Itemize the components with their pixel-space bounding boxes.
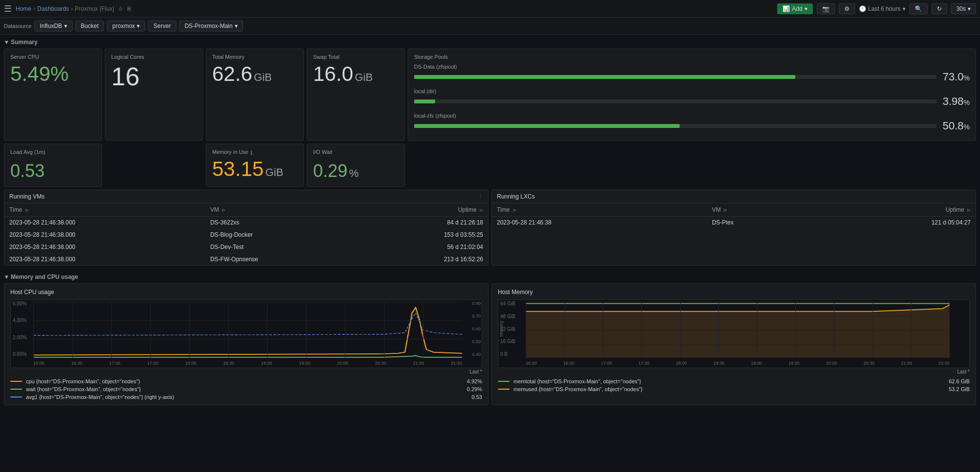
- swap-total-unit: GiB: [355, 71, 373, 83]
- cpu-legend-item-2: wait {host="DS-Proxmox-Main", object="no…: [10, 386, 482, 392]
- cpu-legend-value-2: 0.29%: [467, 386, 482, 392]
- mem-legend-value-1: 62.6 GiB: [949, 378, 970, 384]
- table-row: 2023-05-28 21:46:38.000 DS-FW-Opnsense 2…: [4, 253, 488, 266]
- memory-in-use-label: Memory in Use: [212, 149, 248, 155]
- mem-legend: memtotal {host="DS-Proxmox-Main", object…: [498, 378, 970, 392]
- lxc-row1-name: DS-Plex: [707, 217, 812, 229]
- screenshot-button[interactable]: 📷: [817, 3, 835, 14]
- mem-legend-item-1: memtotal {host="DS-Proxmox-Main", object…: [498, 378, 970, 384]
- settings-button[interactable]: ⚙: [839, 3, 855, 14]
- logical-cores-value: 16: [111, 62, 140, 91]
- top-nav: ☰ Home › Dashboards › Proxmox [Flux] ☆ ⎘…: [0, 0, 980, 18]
- table-row: 2023-05-28 21:46:38.000 DS-3622xs 84 d 2…: [4, 217, 488, 229]
- cpu-grid-v9: [345, 302, 345, 358]
- cpu-x-7: 19:00: [261, 361, 272, 366]
- cpu-legend-item-1: cpu {host="DS-Proxmox-Main", object="nod…: [10, 378, 482, 384]
- io-wait-label: I/O Wait: [313, 149, 398, 155]
- zoom-out-button[interactable]: 🔍: [909, 3, 928, 14]
- vm-row4-time: 2023-05-28 21:46:38.000: [4, 253, 205, 266]
- server-selector[interactable]: Server: [148, 21, 176, 31]
- mem-plot-area: [526, 302, 950, 358]
- running-vms-table: Time ⊳ VM ⊳ Uptime ⊳ 2023-05-28 21:46:38…: [4, 203, 488, 265]
- vm-row2-time: 2023-05-28 21:46:38.000: [4, 229, 205, 241]
- storage-pools-title: Storage Pools: [414, 54, 970, 60]
- cpu-x-9: 20:00: [337, 361, 348, 366]
- add-chevron-icon: ▾: [805, 5, 808, 12]
- cpu-grid-v4: [150, 302, 151, 358]
- cpu-legend-item-3: avg1 {host="DS-Proxmox-Main", object="no…: [10, 394, 482, 400]
- table-row: 2023-05-28 21:46:38.000 DS-Blog-Docker 1…: [4, 229, 488, 241]
- mem-x-11: 21:00: [901, 361, 912, 366]
- pool3-pct: 50.8%: [940, 120, 970, 132]
- ds-selector[interactable]: DS-Proxmox-Main ▾: [179, 21, 243, 31]
- memory-in-use-value: 53.15: [212, 157, 264, 180]
- summary-section-header[interactable]: ▾ Summary: [0, 35, 980, 49]
- share-icon[interactable]: ⎘: [127, 5, 131, 12]
- host-memory-chart-area: 64 GiB 48 GiB 32 GiB 16 GiB 0 B Memory: [498, 299, 970, 368]
- cpu-last-label: Last *: [10, 369, 482, 374]
- load-avg-card: Load Avg (1m) 0.53: [4, 144, 102, 187]
- mem-grid-h4: [526, 344, 950, 345]
- running-lxcs-header: Running LXCs: [492, 190, 976, 203]
- page-title: Proxmox [Flux]: [75, 5, 114, 12]
- dashboards-link[interactable]: Dashboards: [37, 5, 69, 12]
- proxmox-selector[interactable]: proxmox ▾: [107, 21, 145, 31]
- clock-icon: 🕐: [859, 5, 866, 12]
- vm-row4-uptime: 213 d 16:52:26: [358, 253, 488, 266]
- influxdb-selector[interactable]: InfluxDB ▾: [34, 21, 72, 31]
- vm-row1-uptime: 84 d 21:26:18: [358, 217, 488, 229]
- charts-grid: Host CPU usage 6.00% 4.00% 2.00% 0.00%: [4, 283, 976, 405]
- info-icon[interactable]: ℹ: [250, 149, 253, 156]
- pool1-pct: 73.0%: [940, 71, 970, 83]
- time-range[interactable]: 🕐 Last 6 hours ▾: [859, 5, 906, 12]
- lxc-row1-uptime: 121 d 05:04:27: [812, 217, 976, 229]
- total-memory-card: Total Memory 62.6 GiB: [206, 49, 304, 141]
- cpu-plot-area: [33, 302, 462, 358]
- vm-row1-time: 2023-05-28 21:46:38.000: [4, 217, 205, 229]
- mem-grid-v11: [911, 302, 911, 358]
- cpu-y-label-1: 6.00%: [13, 301, 31, 306]
- cpu-x-5: 18:00: [185, 361, 196, 366]
- mem-legend-color-1: [498, 381, 510, 382]
- table-row: 2023-05-28 21:46:38.000 DS-Dev-Test 56 d…: [4, 241, 488, 253]
- mem-x-labels: 16:00 16:30 17:00 17:30 18:00 18:30 19:0…: [526, 359, 950, 368]
- lxc-row1-time: 2023-05-28 21:46:38: [492, 217, 707, 229]
- lxc-col-vm: VM ⊳: [707, 203, 812, 217]
- memory-cpu-title: Memory and CPU usage: [11, 273, 78, 280]
- cpu-grid-v6: [228, 302, 229, 358]
- mem-grid-v7: [757, 302, 758, 358]
- time-chevron-icon: ▾: [903, 5, 906, 12]
- memory-in-use-card: Memory in Use ℹ 53.15 GiB: [206, 144, 304, 187]
- mem-grid-v1: [526, 302, 526, 358]
- refresh-chevron-icon: ▾: [968, 5, 971, 12]
- add-button[interactable]: 📊 Add ▾: [777, 3, 812, 14]
- bucket-selector[interactable]: Bucket: [75, 21, 104, 31]
- cpu-y-labels: 6.00% 4.00% 2.00% 0.00%: [11, 300, 33, 358]
- star-icon[interactable]: ☆: [118, 5, 123, 12]
- cpu-grid-h2: [33, 321, 462, 321]
- pool2-bar: [414, 99, 435, 103]
- cpu-x-1: 16:00: [33, 361, 45, 366]
- total-memory-unit: GiB: [254, 71, 272, 83]
- cpu-x-6: 18:30: [223, 361, 234, 366]
- running-lxcs-title: Running LXCs: [497, 193, 535, 200]
- proxmox-chevron-icon: ▾: [137, 23, 140, 29]
- refresh-interval-button[interactable]: 30s ▾: [951, 3, 976, 14]
- mem-grid-v10: [873, 302, 873, 358]
- home-link[interactable]: Home: [16, 5, 31, 12]
- vm-row3-time: 2023-05-28 21:46:38.000: [4, 241, 205, 253]
- summary-collapse-icon: ▾: [5, 39, 8, 46]
- host-cpu-chart-title: Host CPU usage: [10, 289, 482, 296]
- hamburger-icon[interactable]: ☰: [4, 3, 12, 14]
- server-cpu-card: Server CPU 5.49%: [4, 49, 102, 141]
- cpu-grid-v11: [423, 302, 423, 358]
- mem-x-9: 20:00: [826, 361, 837, 366]
- mem-x-10: 20:30: [863, 361, 875, 366]
- running-vms-menu-icon[interactable]: ⋮: [478, 194, 483, 200]
- running-vms-header: Running VMs ⋮: [4, 190, 488, 203]
- io-wait-unit: %: [349, 167, 359, 179]
- refresh-button[interactable]: ↻: [931, 3, 947, 14]
- memory-cpu-section-header[interactable]: ▾ Memory and CPU usage: [0, 270, 980, 283]
- host-cpu-chart-area: 6.00% 4.00% 2.00% 0.00%: [10, 299, 482, 368]
- cpu-legend-color-3: [10, 397, 22, 397]
